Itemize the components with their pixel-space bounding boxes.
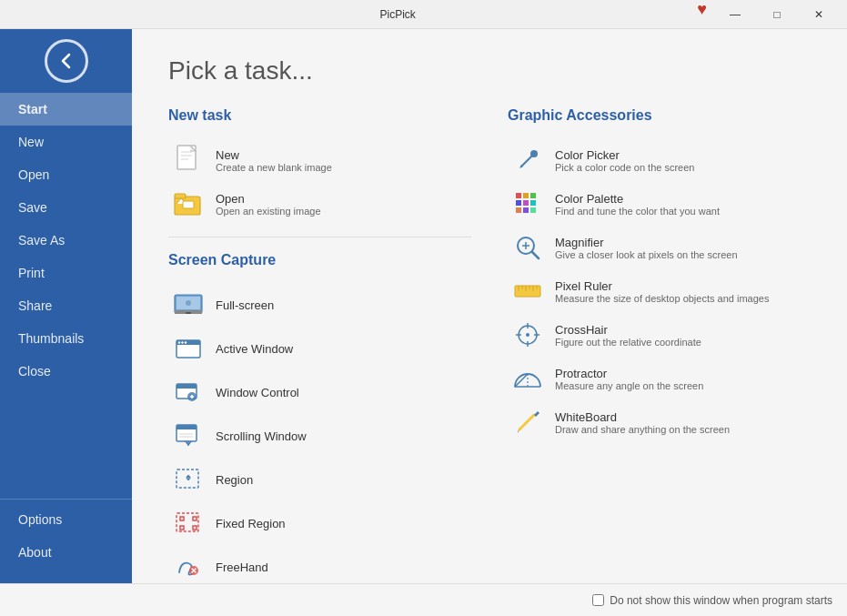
new-desc: Create a new blank image [216, 162, 332, 173]
magnifier-icon [513, 233, 542, 262]
task-freehand[interactable]: FreeHand [168, 545, 471, 583]
active-window-icon [174, 334, 203, 363]
sidebar-item-print[interactable]: Print [0, 257, 132, 289]
close-button[interactable]: ✕ [798, 0, 840, 29]
section-divider [168, 237, 471, 237]
region-text: Region [216, 473, 253, 487]
svg-rect-51 [523, 207, 529, 213]
back-button[interactable] [45, 39, 88, 83]
task-pixel-ruler[interactable]: Pixel Ruler Measure the size of desktop … [508, 269, 811, 313]
scrolling-window-label: Scrolling Window [216, 429, 307, 443]
freehand-text: FreeHand [216, 560, 268, 574]
crosshair-icon [513, 320, 542, 349]
task-fullscreen[interactable]: Full-screen [168, 283, 471, 327]
page-title: Pick a task... [168, 56, 811, 86]
task-active-window[interactable]: Active Window [168, 327, 471, 370]
window-controls: ♥ — □ ✕ [697, 0, 840, 29]
sidebar-divider [0, 499, 132, 500]
sidebar-item-thumbnails[interactable]: Thumbnails [0, 322, 132, 355]
svg-point-16 [181, 341, 183, 343]
task-whiteboard[interactable]: WhiteBoard Draw and share anything on th… [508, 400, 811, 444]
svg-rect-9 [186, 312, 191, 314]
minimize-button[interactable]: — [714, 0, 756, 29]
crosshair-text: CrossHair Figure out the relative coordi… [555, 323, 701, 348]
open-label: Open [216, 192, 321, 206]
task-scrolling-window[interactable]: Scrolling Window [168, 414, 471, 458]
crosshair-label: CrossHair [555, 323, 701, 337]
task-magnifier[interactable]: Magnifier Give a closer look at pixels o… [508, 226, 811, 269]
color-palette-desc: Find and tune the color that you want [555, 206, 720, 217]
svg-rect-37 [180, 526, 184, 530]
svg-rect-44 [516, 193, 521, 198]
window-control-label: Window Control [216, 386, 299, 399]
sidebar-logo [0, 29, 132, 93]
scrolling-window-text: Scrolling Window [216, 429, 307, 443]
svg-rect-45 [523, 193, 529, 198]
svg-rect-35 [180, 517, 184, 520]
open-icon [174, 189, 203, 218]
whiteboard-text: WhiteBoard Draw and share anything on th… [555, 410, 730, 435]
svg-rect-50 [516, 207, 521, 213]
sidebar-item-start[interactable]: Start [0, 93, 132, 126]
fullscreen-text: Full-screen [216, 298, 274, 312]
fixed-region-text: Fixed Region [216, 517, 286, 530]
open-text: Open Open an existing image [216, 192, 321, 217]
svg-rect-48 [523, 200, 529, 206]
graphic-accessories-title: Graphic Accessories [508, 107, 811, 124]
sidebar-item-save-as[interactable]: Save As [0, 224, 132, 257]
sidebar-item-open[interactable]: Open [0, 158, 132, 191]
open-desc: Open an existing image [216, 206, 321, 217]
window-control-icon [174, 378, 203, 407]
color-palette-icon [513, 189, 542, 218]
svg-rect-38 [193, 526, 197, 530]
active-window-label: Active Window [216, 342, 293, 356]
task-open[interactable]: Open Open an existing image [168, 182, 471, 226]
main-content: Pick a task... New task [132, 29, 847, 583]
screen-capture-title: Screen Capture [168, 252, 471, 268]
do-not-show-label: Do not show this window when program sta… [610, 594, 832, 607]
sidebar-item-share[interactable]: Share [0, 289, 132, 322]
task-crosshair[interactable]: CrossHair Figure out the relative coordi… [508, 313, 811, 357]
task-fixed-region[interactable]: Fixed Region [168, 501, 471, 545]
app-body: Start New Open Save Save As Print Share … [0, 29, 847, 583]
svg-point-15 [178, 341, 180, 343]
left-column: New task New Create a n [168, 107, 471, 583]
active-window-text: Active Window [216, 342, 293, 356]
do-not-show-checkbox-label[interactable]: Do not show this window when program sta… [592, 594, 832, 607]
svg-rect-30 [176, 470, 198, 488]
right-column: Graphic Accessories Color Picker Pick a … [508, 107, 811, 583]
do-not-show-checkbox[interactable] [592, 594, 604, 606]
color-picker-desc: Pick a color code on the screen [555, 162, 694, 173]
pixel-ruler-icon [513, 277, 542, 306]
svg-rect-6 [183, 201, 194, 208]
task-window-control[interactable]: Window Control [168, 370, 471, 414]
sidebar-bottom: Options About [0, 495, 132, 583]
maximize-button[interactable]: □ [756, 0, 798, 29]
svg-rect-14 [176, 343, 200, 345]
sidebar-item-new[interactable]: New [0, 126, 132, 158]
color-picker-icon [513, 146, 542, 175]
scrolling-window-icon [174, 421, 203, 450]
svg-rect-49 [530, 200, 536, 206]
app-title: PicPick [98, 8, 697, 21]
sidebar: Start New Open Save Save As Print Share … [0, 29, 132, 583]
task-region[interactable]: Region [168, 458, 471, 501]
sidebar-item-save[interactable]: Save [0, 191, 132, 224]
svg-point-17 [185, 341, 187, 343]
svg-rect-52 [530, 207, 536, 213]
sidebar-item-close[interactable]: Close [0, 355, 132, 388]
new-label: New [216, 148, 332, 162]
protractor-desc: Measure any angle on the screen [555, 380, 703, 391]
task-color-palette[interactable]: Color Palette Find and tune the color th… [508, 182, 811, 226]
freehand-icon [174, 552, 203, 581]
task-color-picker[interactable]: Color Picker Pick a color code on the sc… [508, 138, 811, 182]
svg-rect-26 [176, 428, 197, 429]
task-protractor[interactable]: Protractor Measure any angle on the scre… [508, 357, 811, 400]
svg-rect-5 [175, 194, 186, 198]
task-new[interactable]: New Create a new blank image [168, 138, 471, 182]
magnifier-desc: Give a closer look at pixels on the scre… [555, 249, 738, 260]
freehand-label: FreeHand [216, 560, 268, 574]
magnifier-label: Magnifier [555, 236, 738, 249]
sidebar-item-about[interactable]: About [0, 536, 132, 569]
sidebar-item-options[interactable]: Options [0, 503, 132, 536]
